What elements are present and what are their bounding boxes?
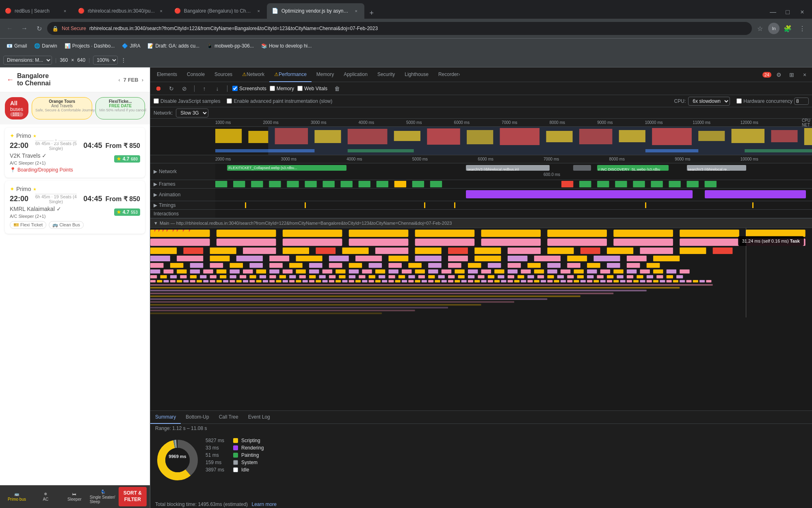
svg-rect-317 — [150, 290, 647, 291]
filter-flexi-ticket[interactable]: FlexiTicke... FREE DATE Min 50% refund i… — [95, 97, 145, 119]
dim-x: × — [71, 57, 74, 63]
settings-button[interactable]: ⚙ — [773, 69, 784, 80]
disable-js-samples-label[interactable]: Disable JavaScript samples — [154, 98, 220, 104]
interactions-track-label[interactable]: Interactions — [150, 210, 215, 218]
enable-advanced-paint-checkbox[interactable] — [227, 98, 232, 104]
svg-rect-324 — [150, 310, 415, 311]
timings-track-label[interactable]: ▶ Timings — [150, 201, 215, 209]
webvitals-input[interactable] — [297, 86, 303, 91]
sort-filter-button[interactable]: SORT &FILTER — [119, 487, 147, 506]
bookmark-button[interactable]: ☆ — [754, 22, 767, 35]
svg-rect-219 — [577, 275, 584, 278]
screenshots-checkbox[interactable]: Screenshots — [232, 86, 266, 91]
record-button[interactable]: ⏺ — [154, 84, 163, 93]
bookmark-darwin[interactable]: 🌐 Darwin — [31, 41, 60, 50]
browser-tab-4[interactable]: 📄 Optimizing vendor.js by async... × — [267, 3, 364, 19]
tab-close-3[interactable]: × — [256, 8, 262, 14]
load-profile-button[interactable]: ↑ — [199, 84, 209, 93]
summary-tab-call-tree[interactable]: Call Tree — [214, 411, 243, 424]
network-track-label[interactable]: ▶ Network — [150, 163, 215, 180]
maximize-button[interactable]: □ — [781, 6, 794, 19]
tab-network[interactable]: ⚠ Network — [237, 67, 269, 82]
summary-tab-summary[interactable]: Summary — [150, 411, 181, 424]
tab-elements[interactable]: Elements — [152, 67, 182, 82]
arrival-time-1: 04:45 — [83, 141, 102, 150]
memory-input[interactable] — [270, 86, 275, 91]
cpu-throttle-select[interactable]: 6x slowdown — [688, 97, 730, 106]
device-select[interactable]: Dimensions: M... — [3, 56, 52, 65]
ac-filter[interactable]: ❄ AC — [32, 492, 59, 501]
bookmark-gmail[interactable]: 📧 Gmail — [3, 41, 30, 50]
reload-button[interactable]: ↻ — [32, 22, 45, 35]
tab-close-4[interactable]: × — [353, 8, 359, 14]
filter-orange-tours[interactable]: Orange Tours And Travels Safe, Secure & … — [32, 97, 92, 119]
frames-track-label[interactable]: ▶ Frames — [150, 180, 215, 188]
close-browser-button[interactable]: × — [796, 6, 809, 19]
single-seater-filter[interactable]: 💺 Single Seater/ Sleep — [90, 490, 117, 504]
next-date-button[interactable]: › — [142, 77, 143, 83]
flexi-ticket-tag[interactable]: 🎫 Flexi Ticket — [10, 221, 46, 229]
prev-date-button[interactable]: ‹ — [118, 77, 120, 83]
tab-performance[interactable]: ⚠ Performance — [269, 67, 312, 82]
hardware-concurrency-input[interactable] — [794, 98, 809, 105]
more-button[interactable]: ⋮ — [796, 22, 809, 35]
back-arrow-button[interactable]: ← — [6, 76, 14, 84]
summary-tab-event-log[interactable]: Event Log — [243, 411, 275, 424]
flame-chart-area[interactable]: 31.24 ms (self 0.16 ms) Task — [150, 228, 812, 410]
tab-sources[interactable]: Sources — [210, 67, 237, 82]
tab-console[interactable]: Console — [182, 67, 210, 82]
browser-tab-3[interactable]: 🔴 Bangalore (Bengaluru) to Che... × — [169, 3, 267, 19]
new-tab-button[interactable]: + — [366, 7, 377, 19]
extensions-button[interactable]: 🧩 — [781, 22, 794, 35]
more-options[interactable]: ⋮ — [121, 57, 126, 63]
screenshots-input[interactable] — [232, 86, 238, 91]
tab-memory[interactable]: Memory — [312, 67, 339, 82]
svg-rect-259 — [342, 280, 347, 282]
minimize-button[interactable]: — — [767, 6, 780, 19]
profile-button[interactable]: In — [768, 23, 780, 34]
bookmark-mobweb[interactable]: 📱 mobweb-pp-306... — [204, 41, 257, 50]
bookmark-jira[interactable]: 🔷 JIRA — [119, 41, 143, 50]
enable-advanced-paint-label[interactable]: Enable advanced paint instrumentation (s… — [227, 98, 332, 104]
tab-close-2[interactable]: × — [158, 8, 165, 14]
tab-close-1[interactable]: × — [62, 8, 68, 14]
clean-bus-tag[interactable]: 🚌 Clean Bus — [49, 221, 84, 229]
svg-rect-139 — [203, 269, 213, 274]
hardware-concurrency-checkbox[interactable] — [736, 98, 742, 104]
browser-tab-1[interactable]: 🔴 redBus | Search × — [0, 3, 73, 19]
summary-tab-bottom-up[interactable]: Bottom-Up — [181, 411, 214, 424]
svg-rect-80 — [375, 247, 408, 254]
sleeper-filter[interactable]: 🛏 Sleeper — [61, 492, 88, 501]
clear-button[interactable]: ⊘ — [180, 84, 189, 93]
clear-recording-button[interactable]: 🗑 — [332, 84, 342, 93]
back-button[interactable]: ← — [3, 22, 16, 35]
tab-application[interactable]: Application — [339, 67, 372, 82]
bus-times-1: 22:00 › 6h 45m · 23 Seats (5 Single) 04:… — [10, 141, 140, 151]
bookmark-how[interactable]: 📚 How to develop hi... — [258, 41, 315, 50]
tab-lighthouse[interactable]: Lighthouse — [400, 67, 433, 82]
address-bar[interactable]: 🔒 Not Secure rbhirelocal.redbus.in:3040/… — [47, 22, 752, 35]
learn-more-link[interactable]: Learn more — [251, 501, 276, 507]
webvitals-checkbox[interactable]: Web Vitals — [297, 86, 327, 91]
filter-all-buses[interactable]: All buses 101 — [5, 97, 28, 119]
dock-button[interactable]: ⊞ — [786, 69, 797, 80]
browser-tab-2[interactable]: 🔴 rbhirelocal.redbus.in:3040/pu... × — [73, 3, 169, 19]
disable-js-samples-checkbox[interactable] — [154, 98, 159, 104]
svg-rect-148 — [323, 269, 332, 274]
reload-record-button[interactable]: ↻ — [167, 84, 176, 93]
bookmark-projects[interactable]: 📊 Projects · Dashbo... — [61, 41, 118, 50]
primo-bus-filter[interactable]: 🚌 Primo bus — [3, 492, 30, 501]
network-throttle-select[interactable]: Slow 3G — [176, 109, 208, 117]
memory-checkbox[interactable]: Memory — [270, 86, 294, 91]
zoom-select[interactable]: 100% — [93, 56, 118, 65]
save-profile-button[interactable]: ↓ — [212, 84, 222, 93]
bookmark-draft[interactable]: 📝 Draft: GA: adds cu... — [144, 41, 203, 50]
close-devtools-button[interactable]: × — [799, 69, 810, 80]
error-count-badge[interactable]: 24 — [762, 72, 771, 78]
tab-recorder[interactable]: Recorder › — [433, 67, 465, 82]
boarding-link-1[interactable]: 📍 Boarding/Dropping Points — [10, 167, 140, 173]
tab-security[interactable]: Security — [372, 67, 400, 82]
hardware-concurrency-label[interactable]: Hardware concurrency — [736, 98, 809, 105]
animation-track-label[interactable]: ▶ Animation — [150, 189, 215, 201]
forward-button[interactable]: → — [18, 22, 31, 35]
